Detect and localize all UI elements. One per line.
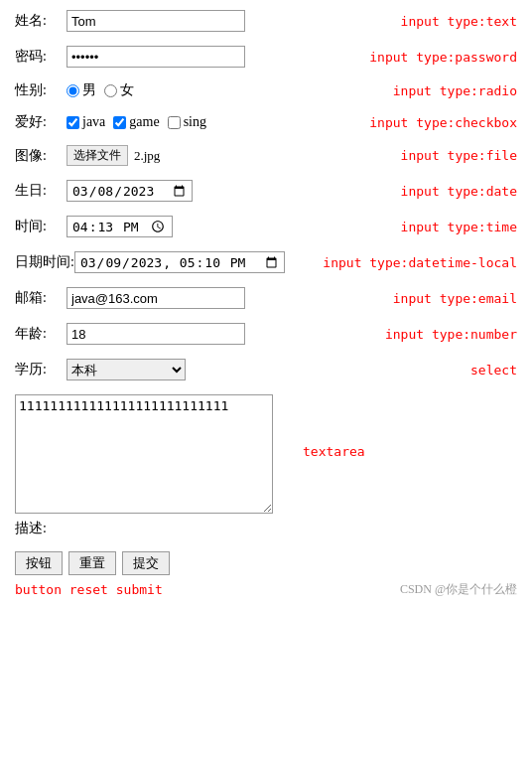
file-choose-button[interactable]: 选择文件 bbox=[66, 145, 128, 166]
email-label: 邮箱: bbox=[15, 289, 66, 307]
edu-select[interactable]: 本科 高中 初中 专科 硕士 博士 bbox=[66, 359, 186, 380]
hobby-java-checkbox[interactable] bbox=[66, 116, 79, 129]
datetime-hint: input type:datetime-local bbox=[323, 255, 517, 270]
hobby-hint: input type:checkbox bbox=[369, 115, 517, 130]
action-buttons-row: 按钮 重置 提交 bbox=[15, 551, 517, 575]
csdn-credit: CSDN @你是个什么橙 bbox=[400, 581, 517, 598]
button-btn[interactable]: 按钮 bbox=[15, 551, 63, 575]
name-label: 姓名: bbox=[15, 12, 66, 30]
age-hint: input type:number bbox=[385, 327, 517, 342]
image-label: 图像: bbox=[15, 147, 66, 165]
time-input[interactable] bbox=[66, 216, 173, 237]
hobby-label: 爱好: bbox=[15, 113, 66, 131]
time-hint: input type:time bbox=[401, 220, 517, 234]
hobby-field-area: java game sing bbox=[66, 114, 351, 130]
email-row: 邮箱: input type:email bbox=[15, 287, 517, 309]
bottom-hints: button reset submit CSDN @你是个什么橙 bbox=[15, 581, 517, 598]
name-row: 姓名: input type:text bbox=[15, 10, 517, 32]
birthday-label: 生日: bbox=[15, 182, 66, 200]
desc-label: 描述: bbox=[15, 520, 66, 537]
age-input[interactable] bbox=[66, 323, 245, 345]
time-field-area bbox=[66, 216, 383, 237]
buttons-hint: button reset submit bbox=[15, 582, 163, 597]
hobby-game-label[interactable]: game bbox=[113, 114, 159, 130]
file-name-display: 2.jpg bbox=[134, 148, 160, 164]
name-field-area bbox=[66, 10, 383, 32]
password-hint: input type:password bbox=[369, 50, 517, 65]
gender-label: 性别: bbox=[15, 81, 66, 99]
reset-btn[interactable]: 重置 bbox=[68, 551, 116, 575]
hobby-java-label[interactable]: java bbox=[66, 114, 105, 130]
gender-male-radio[interactable] bbox=[66, 84, 79, 97]
name-hint: input type:text bbox=[401, 14, 517, 29]
edu-label: 学历: bbox=[15, 361, 66, 379]
image-row: 图像: 选择文件 2.jpg input type:file bbox=[15, 145, 517, 166]
name-input[interactable] bbox=[66, 10, 245, 32]
edu-row: 学历: 本科 高中 初中 专科 硕士 博士 select bbox=[15, 359, 517, 380]
birthday-field-area bbox=[66, 180, 383, 202]
hobby-sing-checkbox[interactable] bbox=[168, 116, 181, 129]
hobby-game-checkbox[interactable] bbox=[113, 116, 126, 129]
age-label: 年龄: bbox=[15, 325, 66, 343]
birthday-hint: input type:date bbox=[401, 184, 517, 199]
datetime-label: 日期时间: bbox=[15, 253, 74, 271]
gender-male-text: 男 bbox=[82, 81, 96, 99]
gender-male-label[interactable]: 男 bbox=[66, 81, 96, 99]
time-label: 时间: bbox=[15, 218, 66, 235]
birthday-input[interactable] bbox=[66, 180, 193, 202]
gender-radio-group: 男 女 bbox=[66, 81, 134, 99]
hobby-game-text: game bbox=[129, 114, 159, 130]
hobby-java-text: java bbox=[82, 114, 105, 130]
time-row: 时间: input type:time bbox=[15, 216, 517, 237]
age-row: 年龄: input type:number bbox=[15, 323, 517, 345]
email-field-area bbox=[66, 287, 375, 309]
description-textarea[interactable]: 111111111111111111111111111 bbox=[15, 394, 273, 514]
image-hint: input type:file bbox=[401, 148, 517, 163]
gender-row: 性别: 男 女 input type:radio bbox=[15, 81, 517, 99]
textarea-wrapper: 111111111111111111111111111 描述: bbox=[15, 394, 273, 537]
edu-hint: select bbox=[470, 363, 517, 378]
hobby-checkbox-group: java game sing bbox=[66, 114, 206, 130]
datetime-row: 日期时间: input type:datetime-local bbox=[15, 251, 517, 273]
gender-field-area: 男 女 bbox=[66, 81, 375, 99]
hobby-sing-text: sing bbox=[184, 114, 206, 130]
password-label: 密码: bbox=[15, 48, 66, 66]
gender-female-text: 女 bbox=[120, 81, 134, 99]
image-field-area: 选择文件 2.jpg bbox=[66, 145, 383, 166]
birthday-row: 生日: input type:date bbox=[15, 180, 517, 202]
password-row: 密码: input type:password bbox=[15, 46, 517, 68]
gender-female-label[interactable]: 女 bbox=[104, 81, 134, 99]
submit-btn[interactable]: 提交 bbox=[122, 551, 170, 575]
email-input[interactable] bbox=[66, 287, 245, 309]
textarea-hint: textarea bbox=[303, 444, 365, 459]
email-hint: input type:email bbox=[393, 291, 517, 306]
edu-field-area: 本科 高中 初中 专科 硕士 博士 bbox=[66, 359, 453, 380]
datetime-field-area bbox=[74, 251, 305, 273]
password-field-area bbox=[66, 46, 351, 68]
textarea-row: 111111111111111111111111111 描述: textarea bbox=[15, 394, 517, 537]
password-input[interactable] bbox=[66, 46, 245, 68]
gender-hint: input type:radio bbox=[393, 83, 517, 98]
hobby-row: 爱好: java game sing input type:checkbox bbox=[15, 113, 517, 131]
gender-female-radio[interactable] bbox=[104, 84, 117, 97]
age-field-area bbox=[66, 323, 367, 345]
datetime-input[interactable] bbox=[74, 251, 285, 273]
hobby-sing-label[interactable]: sing bbox=[168, 114, 206, 130]
